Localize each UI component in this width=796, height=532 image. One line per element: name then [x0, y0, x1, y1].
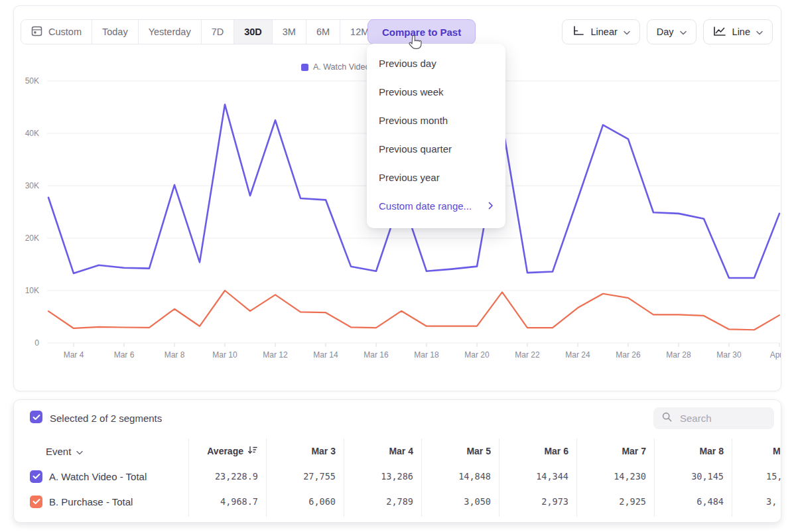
- segments-card: Selected 2 of 2 segments EventAverageMar…: [13, 399, 781, 523]
- column-separator: [654, 438, 655, 517]
- compare-to-past-label: Compare to Past: [382, 27, 461, 38]
- y-axis-label: 50K: [25, 76, 39, 86]
- column-header-mar-7[interactable]: Mar 7: [576, 446, 654, 456]
- column-header-label: Average: [207, 446, 243, 456]
- column-header-average[interactable]: Average: [188, 446, 266, 456]
- y-axis-label: 40K: [25, 129, 39, 138]
- date-range-label: 6M: [316, 27, 330, 37]
- menu-item-label: Previous year: [379, 172, 440, 183]
- event-header-label: Event: [46, 446, 71, 457]
- value-cell: 2,789: [344, 496, 421, 507]
- column-header-label: Mar 4: [389, 446, 413, 456]
- date-range-label: 7D: [212, 27, 224, 37]
- value-cell: 14,344: [499, 471, 576, 482]
- menu-item-previous-week[interactable]: Previous week: [367, 78, 505, 106]
- column-separator: [266, 438, 267, 517]
- value-cell: 14,230: [576, 471, 654, 482]
- menu-item-previous-quarter[interactable]: Previous quarter: [367, 135, 505, 163]
- chart-type-label: Line: [732, 27, 750, 37]
- date-range-today[interactable]: Today: [92, 20, 138, 44]
- column-separator: [499, 438, 499, 517]
- date-range-30d[interactable]: 30D: [233, 20, 272, 44]
- segment-checkbox[interactable]: [30, 470, 42, 483]
- chevron-right-icon: [488, 200, 494, 212]
- x-axis-label: Mar 28: [666, 350, 691, 360]
- x-axis-label: Mar 16: [364, 350, 389, 360]
- line-chart-icon: [713, 26, 726, 38]
- x-axis-label: Mar 30: [716, 350, 742, 360]
- column-header-label: M: [773, 446, 781, 456]
- date-range-label: 3M: [283, 27, 296, 37]
- column-header-label: Mar 7: [622, 446, 646, 456]
- chevron-down-icon: [76, 446, 83, 457]
- x-axis-label: Mar 26: [616, 350, 641, 360]
- x-axis-label: Mar 4: [64, 350, 84, 360]
- segment-label: A. Watch Video - Total: [49, 471, 147, 482]
- menu-item-label: Previous quarter: [379, 143, 452, 155]
- y-axis-label: 20K: [25, 233, 39, 243]
- search-icon: [661, 411, 673, 425]
- x-axis-label: Mar 10: [212, 350, 237, 360]
- compare-to-past-button[interactable]: Compare to Past: [367, 19, 476, 44]
- x-axis-label: Mar 14: [313, 350, 338, 360]
- value-cell: 27,755: [266, 471, 344, 482]
- x-axis-label: Mar 18: [414, 350, 439, 360]
- menu-item-previous-year[interactable]: Previous year: [367, 163, 505, 192]
- date-range-7d[interactable]: 7D: [201, 20, 234, 44]
- date-range-selector: CustomTodayYesterday7D30D3M6M12M: [21, 19, 379, 44]
- x-axis-label: Mar 24: [565, 350, 590, 360]
- chevron-down-icon: [756, 27, 763, 37]
- chevron-down-icon: [680, 27, 687, 37]
- compare-to-past-menu: Previous dayPrevious weekPrevious monthP…: [367, 44, 505, 228]
- date-range-3m[interactable]: 3M: [272, 20, 306, 44]
- value-cell: 2,925: [576, 496, 654, 507]
- value-cell: 2,973: [499, 496, 576, 507]
- column-separator: [421, 438, 422, 517]
- scale-label: Linear: [590, 27, 617, 37]
- interval-label: Day: [657, 27, 674, 37]
- column-separator: [732, 438, 732, 517]
- column-header-mar-5[interactable]: Mar 5: [421, 446, 499, 456]
- date-range-6m[interactable]: 6M: [306, 20, 340, 44]
- chart-type-dropdown-button[interactable]: Line: [703, 19, 773, 44]
- column-header-label: Mar 6: [544, 446, 568, 456]
- column-header-mar-6[interactable]: Mar 6: [499, 446, 576, 456]
- y-axis-label: 0: [34, 338, 39, 348]
- segment-cell: B. Purchase - Total: [14, 496, 188, 508]
- column-separator: [576, 438, 577, 517]
- column-header-label: Mar 5: [466, 446, 491, 456]
- menu-item-previous-day[interactable]: Previous day: [367, 49, 505, 78]
- column-header-m[interactable]: M: [732, 446, 781, 456]
- date-range-yesterday[interactable]: Yesterday: [138, 20, 201, 44]
- date-range-label: 12M: [350, 27, 369, 37]
- x-axis-label: Mar 22: [515, 350, 540, 360]
- menu-item-previous-month[interactable]: Previous month: [367, 106, 505, 135]
- value-cell: 6,060: [266, 496, 344, 507]
- date-range-custom[interactable]: Custom: [21, 20, 92, 44]
- search-box[interactable]: [653, 407, 774, 429]
- column-separator: [188, 438, 189, 517]
- interval-dropdown-button[interactable]: Day: [647, 19, 696, 44]
- menu-item-custom-date-range[interactable]: Custom date range...: [367, 192, 505, 220]
- column-header-label: Mar 8: [699, 446, 724, 456]
- value-cell: 14,848: [421, 471, 499, 482]
- date-range-label: Yesterday: [149, 27, 191, 37]
- value-cell: 23,228.9: [188, 471, 266, 482]
- scale-dropdown-button[interactable]: Linear: [562, 19, 639, 44]
- column-header-mar-3[interactable]: Mar 3: [266, 446, 344, 456]
- date-range-label: Custom: [48, 27, 82, 37]
- search-input[interactable]: [679, 412, 762, 425]
- column-separator: [344, 438, 344, 517]
- select-all-checkbox[interactable]: [30, 411, 42, 423]
- value-cell: 3,050: [421, 496, 499, 507]
- menu-item-label: Custom date range...: [379, 200, 472, 212]
- column-header-mar-4[interactable]: Mar 4: [344, 446, 421, 456]
- axis-icon: [572, 25, 584, 38]
- event-column-header[interactable]: Event: [14, 446, 188, 457]
- value-cell: 6,484: [654, 496, 732, 507]
- table-header-row: EventAverageMar 3Mar 4Mar 5Mar 6Mar 7Mar…: [14, 438, 781, 464]
- value-cell: 4,968.7: [188, 496, 266, 507]
- column-header-label: Mar 3: [311, 446, 336, 456]
- segment-checkbox[interactable]: [30, 496, 42, 508]
- column-header-mar-8[interactable]: Mar 8: [654, 446, 732, 456]
